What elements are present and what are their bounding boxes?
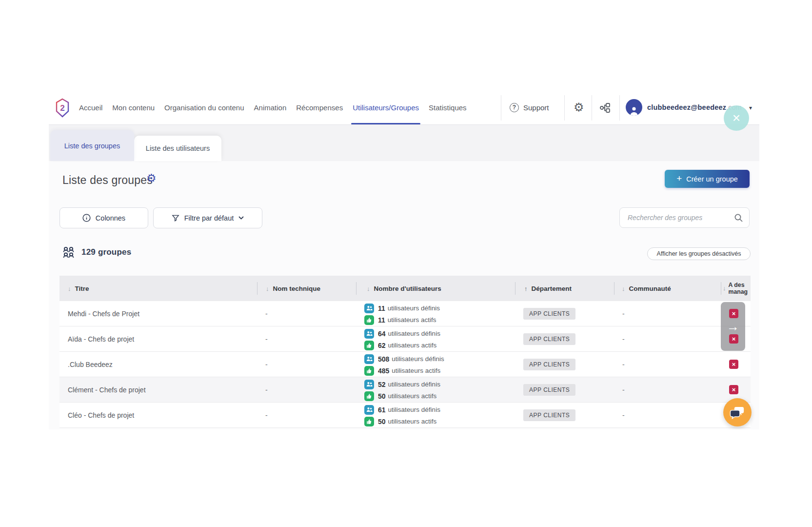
user-email: clubbeedeez@beedeez xyxy=(647,103,726,111)
table-row[interactable]: Mehdi - Chefs de Projet - 11utilisateurs… xyxy=(59,301,751,326)
support-label: Support xyxy=(523,103,549,112)
nav-item-accueil[interactable]: Accueil xyxy=(79,90,102,124)
tab-liste-des-utilisateurs[interactable]: Liste des utilisateurs xyxy=(134,136,221,161)
sort-desc-icon: ↓ xyxy=(622,285,625,292)
department-cell: APP CLIENTS xyxy=(515,301,614,326)
groups-count-label: 129 groupes xyxy=(81,247,131,257)
department-badge: APP CLIENTS xyxy=(523,333,575,345)
help-icon: ? xyxy=(510,103,519,112)
search-box xyxy=(619,207,750,228)
nav-divider xyxy=(619,95,620,121)
nav-item-statistiques[interactable]: Statistiques xyxy=(429,90,467,124)
header-label: Nombre d'utilisateurs xyxy=(374,285,441,292)
nav-divider xyxy=(501,95,501,121)
department-badge: APP CLIENTS xyxy=(523,384,575,396)
users-count-cell: 508utilisateurs définis 485utilisateurs … xyxy=(356,352,515,377)
filter-button[interactable]: Filtre par défaut xyxy=(153,207,262,228)
close-overlay-button[interactable]: × xyxy=(724,105,749,131)
users-defined-icon xyxy=(364,329,374,339)
chat-launcher-button[interactable] xyxy=(723,398,752,426)
search-input[interactable] xyxy=(628,208,730,227)
technical-name: - xyxy=(257,403,356,427)
users-active-label: utilisateurs actifs xyxy=(388,342,437,349)
users-defined-label: utilisateurs définis xyxy=(388,304,440,312)
table-row[interactable]: Aïda - Chefs de projet - 64utilisateurs … xyxy=(59,326,751,352)
plus-icon: + xyxy=(676,173,682,184)
main-menu: Accueil Mon contenu Organisation du cont… xyxy=(79,90,467,124)
managers-cell: × xyxy=(721,352,751,377)
no-manager-icon[interactable]: × xyxy=(729,334,738,344)
top-nav: 2 Accueil Mon contenu Organisation du co… xyxy=(49,90,759,125)
users-defined-icon xyxy=(364,405,374,415)
users-defined-icon xyxy=(364,380,374,389)
header-nom-technique[interactable]: ↓ Nom technique xyxy=(257,276,356,301)
department-cell: APP CLIENTS xyxy=(515,326,614,351)
groups-count-row: 129 groupes xyxy=(61,246,131,259)
community-cell: - xyxy=(614,326,721,351)
users-defined-count: 11 xyxy=(378,304,385,312)
sort-desc-icon: ↓ xyxy=(723,285,726,292)
users-defined-count: 64 xyxy=(378,330,386,338)
page-settings-gear-icon[interactable]: ⚙ xyxy=(146,172,157,185)
users-active-count: 11 xyxy=(378,316,385,324)
users-defined-count: 61 xyxy=(378,406,386,414)
department-cell: APP CLIENTS xyxy=(515,403,614,427)
create-group-label: Créer un groupe xyxy=(686,175,738,183)
header-departement[interactable]: ↑ Département xyxy=(515,276,614,301)
brand-logo-icon[interactable]: 2 xyxy=(55,98,70,118)
header-a-des-managers[interactable]: ↓ A des manag xyxy=(721,276,751,301)
org-chart-icon[interactable] xyxy=(599,102,611,114)
show-disabled-groups-button[interactable]: Afficher les groupes désactivés xyxy=(647,247,751,260)
users-active-label: utilisateurs actifs xyxy=(392,367,440,374)
info-icon xyxy=(82,214,91,222)
header-titre[interactable]: ↓ Titre xyxy=(59,276,257,301)
users-defined-count: 508 xyxy=(378,355,389,363)
search-icon[interactable] xyxy=(734,213,743,223)
nav-item-mon-contenu[interactable]: Mon contenu xyxy=(112,90,155,124)
nav-item-animation[interactable]: Animation xyxy=(254,90,287,124)
users-count-cell: 52utilisateurs définis 50utilisateurs ac… xyxy=(356,377,515,402)
users-active-icon xyxy=(364,417,374,426)
group-title: Aïda - Chefs de projet xyxy=(59,326,257,351)
users-count-cell: 64utilisateurs définis 62utilisateurs ac… xyxy=(356,326,515,351)
nav-item-organisation-du-contenu[interactable]: Organisation du contenu xyxy=(164,90,244,124)
users-defined-count: 52 xyxy=(378,381,386,388)
support-button[interactable]: ? Support xyxy=(510,90,549,124)
create-group-button[interactable]: + Créer un groupe xyxy=(665,170,750,188)
columns-button[interactable]: Colonnes xyxy=(59,207,148,228)
no-manager-icon[interactable]: × xyxy=(729,309,738,318)
caret-down-icon[interactable]: ▾ xyxy=(749,104,752,111)
sort-asc-icon: ↑ xyxy=(524,285,528,292)
users-active-count: 485 xyxy=(378,367,389,375)
chat-bubbles-icon xyxy=(729,404,746,421)
department-cell: APP CLIENTS xyxy=(515,377,614,402)
chevron-down-icon xyxy=(238,216,244,220)
no-manager-icon[interactable]: × xyxy=(729,360,738,369)
users-defined-label: utilisateurs définis xyxy=(392,355,444,363)
table-row[interactable]: .Club Beedeez - 508utilisateurs définis … xyxy=(59,352,751,377)
users-active-label: utilisateurs actifs xyxy=(388,316,436,324)
technical-name: - xyxy=(257,377,356,402)
users-active-count: 62 xyxy=(378,342,386,349)
table-row[interactable]: Cléo - Chefs de projet - 61utilisateurs … xyxy=(59,403,751,428)
group-title: Cléo - Chefs de projet xyxy=(59,403,257,427)
table-row[interactable]: Clément - Chefs de projet - 52utilisateu… xyxy=(59,377,751,403)
groups-table: ↓ Titre ↓ Nom technique ↓ Nombre d'utili… xyxy=(59,276,751,428)
arrow-right-icon: → xyxy=(727,319,739,334)
no-manager-icon[interactable]: × xyxy=(729,385,738,394)
nav-item-utilisateurs-groupes[interactable]: Utilisateurs/Groupes xyxy=(353,90,419,124)
header-communaute[interactable]: ↓ Communauté xyxy=(614,276,721,301)
brand-logo-glyph: 2 xyxy=(60,103,64,113)
app-window: 2 Accueil Mon contenu Organisation du co… xyxy=(49,90,759,429)
users-active-label: utilisateurs actifs xyxy=(388,418,437,425)
tab-liste-des-groupes[interactable]: Liste des groupes xyxy=(50,130,134,161)
nav-item-recompenses[interactable]: Récompenses xyxy=(296,90,343,124)
avatar xyxy=(626,99,642,116)
technical-name: - xyxy=(257,326,356,351)
header-nombre-utilisateurs[interactable]: ↓ Nombre d'utilisateurs xyxy=(356,276,515,301)
tab-strip: Liste des groupes Liste des utilisateurs xyxy=(49,125,759,161)
settings-gear-icon[interactable]: ⚙ xyxy=(574,90,584,124)
columns-label: Colonnes xyxy=(96,214,125,222)
main-content: Liste des groupes ⚙ + Créer un groupe Co… xyxy=(49,161,759,429)
funnel-icon xyxy=(172,214,179,222)
